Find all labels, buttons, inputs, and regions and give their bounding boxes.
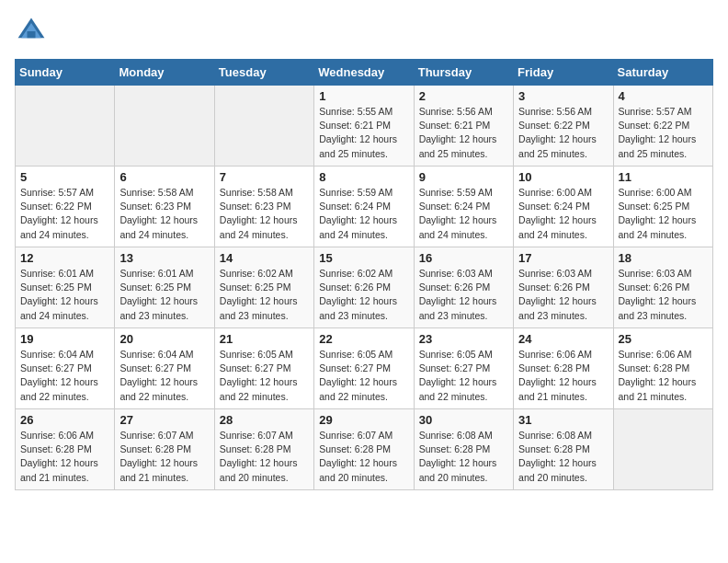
day-number: 28 (220, 413, 309, 427)
day-number: 14 (220, 251, 309, 265)
calendar-cell: 14Sunrise: 6:02 AM Sunset: 6:25 PM Dayli… (214, 247, 313, 328)
day-info: Sunrise: 6:04 AM Sunset: 6:27 PM Dayligh… (20, 348, 109, 404)
day-number: 18 (619, 251, 708, 265)
calendar-cell: 24Sunrise: 6:06 AM Sunset: 6:28 PM Dayli… (514, 328, 613, 409)
day-info: Sunrise: 6:00 AM Sunset: 6:24 PM Dayligh… (518, 186, 608, 242)
day-info: Sunrise: 6:06 AM Sunset: 6:28 PM Dayligh… (619, 348, 708, 404)
logo-icon (15, 15, 48, 48)
day-number: 25 (619, 332, 708, 346)
day-number: 22 (319, 332, 408, 346)
day-number: 27 (119, 413, 209, 427)
calendar-cell: 21Sunrise: 6:05 AM Sunset: 6:27 PM Dayli… (214, 328, 313, 409)
day-number: 9 (419, 170, 508, 184)
calendar-week-row: 26Sunrise: 6:06 AM Sunset: 6:28 PM Dayli… (16, 409, 713, 490)
calendar-cell: 28Sunrise: 6:07 AM Sunset: 6:28 PM Dayli… (214, 409, 313, 490)
day-number: 11 (619, 170, 708, 184)
weekday-header-monday: Monday (115, 60, 214, 86)
calendar-cell: 16Sunrise: 6:03 AM Sunset: 6:26 PM Dayli… (414, 247, 513, 328)
day-number: 13 (119, 251, 209, 265)
day-number: 2 (419, 89, 508, 103)
day-info: Sunrise: 5:57 AM Sunset: 6:22 PM Dayligh… (20, 186, 109, 242)
day-number: 4 (619, 89, 708, 103)
calendar-cell: 31Sunrise: 6:08 AM Sunset: 6:28 PM Dayli… (514, 409, 613, 490)
calendar-cell: 18Sunrise: 6:03 AM Sunset: 6:26 PM Dayli… (613, 247, 712, 328)
day-number: 8 (319, 170, 408, 184)
day-info: Sunrise: 6:00 AM Sunset: 6:25 PM Dayligh… (619, 186, 708, 242)
calendar-cell (214, 86, 313, 167)
calendar-cell: 11Sunrise: 6:00 AM Sunset: 6:25 PM Dayli… (613, 167, 712, 247)
calendar-cell: 29Sunrise: 6:07 AM Sunset: 6:28 PM Dayli… (314, 409, 414, 490)
day-info: Sunrise: 5:59 AM Sunset: 6:24 PM Dayligh… (319, 186, 408, 242)
calendar-week-row: 19Sunrise: 6:04 AM Sunset: 6:27 PM Dayli… (16, 328, 713, 409)
calendar-cell: 26Sunrise: 6:06 AM Sunset: 6:28 PM Dayli… (16, 409, 115, 490)
day-info: Sunrise: 6:02 AM Sunset: 6:25 PM Dayligh… (220, 267, 309, 323)
calendar-table: SundayMondayTuesdayWednesdayThursdayFrid… (15, 59, 713, 490)
day-info: Sunrise: 6:03 AM Sunset: 6:26 PM Dayligh… (419, 267, 508, 323)
calendar-cell: 10Sunrise: 6:00 AM Sunset: 6:24 PM Dayli… (514, 167, 613, 247)
calendar-cell: 6Sunrise: 5:58 AM Sunset: 6:23 PM Daylig… (115, 167, 214, 247)
day-info: Sunrise: 6:07 AM Sunset: 6:28 PM Dayligh… (319, 429, 408, 485)
calendar-week-row: 5Sunrise: 5:57 AM Sunset: 6:22 PM Daylig… (16, 167, 713, 247)
day-info: Sunrise: 5:55 AM Sunset: 6:21 PM Dayligh… (319, 105, 408, 161)
calendar-cell: 5Sunrise: 5:57 AM Sunset: 6:22 PM Daylig… (16, 167, 115, 247)
page-header (15, 15, 713, 48)
day-number: 16 (419, 251, 508, 265)
calendar-cell: 20Sunrise: 6:04 AM Sunset: 6:27 PM Dayli… (115, 328, 214, 409)
day-number: 12 (20, 251, 109, 265)
calendar-cell: 2Sunrise: 5:56 AM Sunset: 6:21 PM Daylig… (414, 86, 513, 167)
calendar-cell: 7Sunrise: 5:58 AM Sunset: 6:23 PM Daylig… (214, 167, 313, 247)
calendar-cell: 30Sunrise: 6:08 AM Sunset: 6:28 PM Dayli… (414, 409, 513, 490)
day-number: 7 (220, 170, 309, 184)
day-info: Sunrise: 5:58 AM Sunset: 6:23 PM Dayligh… (220, 186, 309, 242)
day-number: 10 (518, 170, 608, 184)
day-number: 23 (419, 332, 508, 346)
day-info: Sunrise: 6:07 AM Sunset: 6:28 PM Dayligh… (119, 429, 209, 485)
day-number: 31 (518, 413, 608, 427)
logo (15, 15, 51, 48)
day-number: 1 (319, 89, 408, 103)
day-number: 5 (20, 170, 109, 184)
weekday-header-wednesday: Wednesday (314, 60, 414, 86)
day-info: Sunrise: 6:03 AM Sunset: 6:26 PM Dayligh… (619, 267, 708, 323)
day-info: Sunrise: 5:58 AM Sunset: 6:23 PM Dayligh… (119, 186, 209, 242)
day-info: Sunrise: 6:06 AM Sunset: 6:28 PM Dayligh… (518, 348, 608, 404)
calendar-cell: 4Sunrise: 5:57 AM Sunset: 6:22 PM Daylig… (613, 86, 712, 167)
calendar-cell: 25Sunrise: 6:06 AM Sunset: 6:28 PM Dayli… (613, 328, 712, 409)
calendar-cell: 3Sunrise: 5:56 AM Sunset: 6:22 PM Daylig… (514, 86, 613, 167)
calendar-cell: 22Sunrise: 6:05 AM Sunset: 6:27 PM Dayli… (314, 328, 414, 409)
day-info: Sunrise: 6:05 AM Sunset: 6:27 PM Dayligh… (319, 348, 408, 404)
calendar-cell: 27Sunrise: 6:07 AM Sunset: 6:28 PM Dayli… (115, 409, 214, 490)
weekday-header-saturday: Saturday (613, 60, 712, 86)
day-number: 6 (119, 170, 209, 184)
day-number: 3 (518, 89, 608, 103)
day-info: Sunrise: 6:01 AM Sunset: 6:25 PM Dayligh… (119, 267, 209, 323)
day-info: Sunrise: 6:03 AM Sunset: 6:26 PM Dayligh… (518, 267, 608, 323)
calendar-cell: 9Sunrise: 5:59 AM Sunset: 6:24 PM Daylig… (414, 167, 513, 247)
day-info: Sunrise: 6:05 AM Sunset: 6:27 PM Dayligh… (220, 348, 309, 404)
calendar-cell: 12Sunrise: 6:01 AM Sunset: 6:25 PM Dayli… (16, 247, 115, 328)
day-number: 19 (20, 332, 109, 346)
calendar-header: SundayMondayTuesdayWednesdayThursdayFrid… (16, 60, 713, 86)
calendar-cell: 17Sunrise: 6:03 AM Sunset: 6:26 PM Dayli… (514, 247, 613, 328)
day-info: Sunrise: 5:56 AM Sunset: 6:22 PM Dayligh… (518, 105, 608, 161)
calendar-cell: 15Sunrise: 6:02 AM Sunset: 6:26 PM Dayli… (314, 247, 414, 328)
day-info: Sunrise: 6:06 AM Sunset: 6:28 PM Dayligh… (20, 429, 109, 485)
calendar-cell: 13Sunrise: 6:01 AM Sunset: 6:25 PM Dayli… (115, 247, 214, 328)
day-info: Sunrise: 5:59 AM Sunset: 6:24 PM Dayligh… (419, 186, 508, 242)
day-number: 30 (419, 413, 508, 427)
day-info: Sunrise: 6:08 AM Sunset: 6:28 PM Dayligh… (518, 429, 608, 485)
day-info: Sunrise: 6:05 AM Sunset: 6:27 PM Dayligh… (419, 348, 508, 404)
calendar-cell: 8Sunrise: 5:59 AM Sunset: 6:24 PM Daylig… (314, 167, 414, 247)
day-info: Sunrise: 5:57 AM Sunset: 6:22 PM Dayligh… (619, 105, 708, 161)
day-number: 24 (518, 332, 608, 346)
calendar-cell (613, 409, 712, 490)
day-number: 17 (518, 251, 608, 265)
day-number: 26 (20, 413, 109, 427)
calendar-cell: 19Sunrise: 6:04 AM Sunset: 6:27 PM Dayli… (16, 328, 115, 409)
day-info: Sunrise: 6:08 AM Sunset: 6:28 PM Dayligh… (419, 429, 508, 485)
day-number: 20 (119, 332, 209, 346)
calendar-cell (115, 86, 214, 167)
calendar-week-row: 1Sunrise: 5:55 AM Sunset: 6:21 PM Daylig… (16, 86, 713, 167)
calendar-week-row: 12Sunrise: 6:01 AM Sunset: 6:25 PM Dayli… (16, 247, 713, 328)
day-number: 15 (319, 251, 408, 265)
